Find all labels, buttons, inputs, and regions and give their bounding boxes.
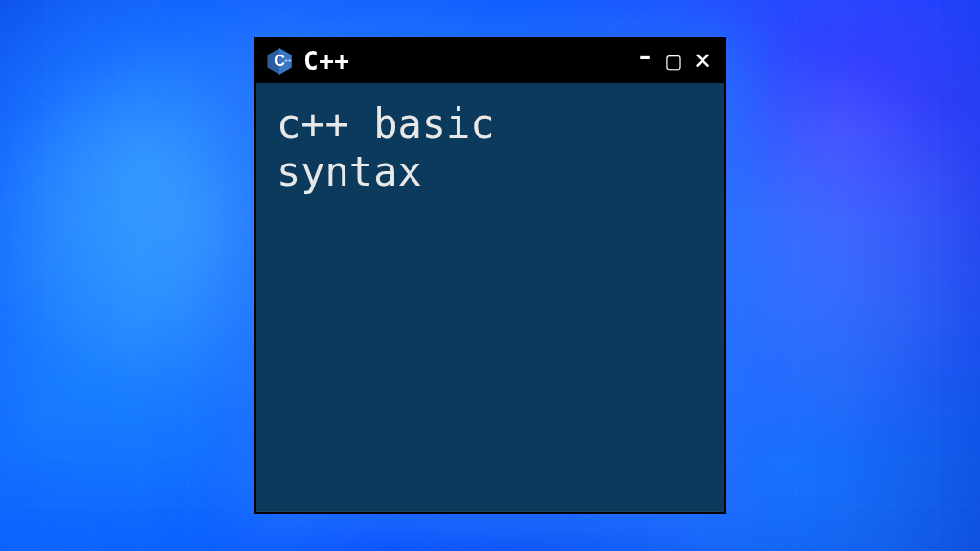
svg-text:+: +: [288, 57, 291, 63]
close-button[interactable]: ✕: [692, 50, 713, 73]
terminal-window: C + + C++ – ▢ ✕ c++ basic syntax: [254, 37, 726, 514]
svg-text:C: C: [274, 52, 285, 69]
svg-text:+: +: [285, 57, 288, 63]
cpp-logo-icon: C + +: [265, 47, 294, 76]
titlebar[interactable]: C + + C++ – ▢ ✕: [256, 39, 724, 83]
minimize-button[interactable]: –: [635, 45, 656, 68]
window-title: C++: [303, 47, 349, 76]
window-controls: – ▢ ✕: [635, 50, 713, 73]
terminal-body[interactable]: c++ basic syntax: [256, 83, 724, 512]
maximize-button[interactable]: ▢: [663, 52, 684, 71]
